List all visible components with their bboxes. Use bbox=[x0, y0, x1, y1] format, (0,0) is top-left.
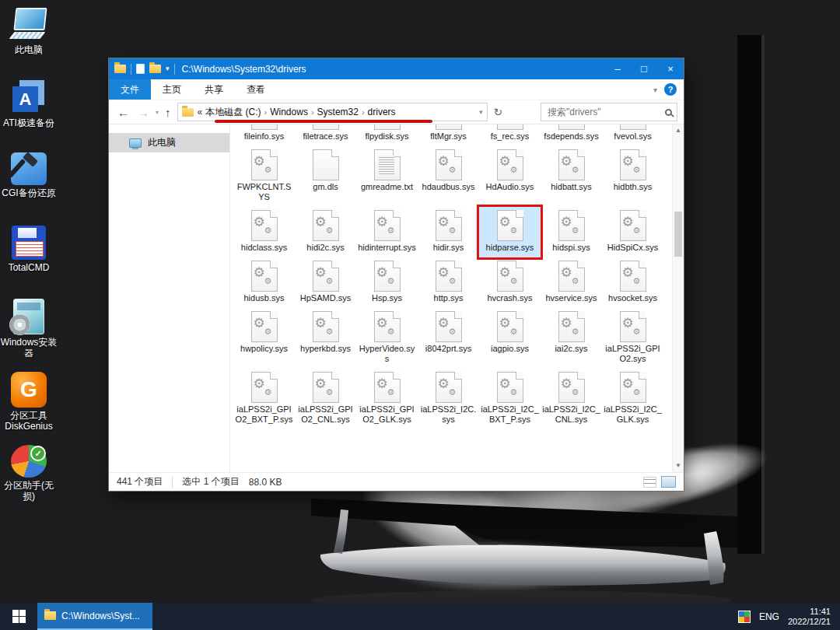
search-box[interactable] bbox=[541, 103, 677, 121]
file-iaLPSS2i_GPIO2.sys[interactable]: ⚙ ⚙ iaLPSS2i_GPIO2.sys bbox=[602, 308, 663, 369]
gear-icon: ⚙ bbox=[622, 315, 634, 331]
file-HyperVideo.sys[interactable]: ⚙ ⚙ HyperVideo.sys bbox=[356, 308, 418, 369]
qat-new-folder-icon[interactable] bbox=[149, 65, 161, 73]
file-hidparse.sys[interactable]: ⚙ ⚙ hidparse.sys bbox=[479, 207, 541, 257]
breadcrumb-segment[interactable]: 本地磁盘 (C:) bbox=[205, 106, 261, 119]
file-hidspi.sys[interactable]: ⚙ ⚙ hidspi.sys bbox=[541, 207, 602, 257]
file-fs_rec.sys[interactable]: ⚙ ⚙ fs_rec.sys bbox=[479, 124, 541, 146]
back-button[interactable]: ← bbox=[115, 107, 131, 118]
file-grid: ⚙ ⚙ fileinfo.sys ⚙ ⚙ filetrace.sys ⚙ ⚙ f… bbox=[233, 124, 669, 429]
file-iai2c.sys[interactable]: ⚙ ⚙ iai2c.sys bbox=[541, 308, 602, 369]
breadcrumb-segment[interactable]: System32 bbox=[317, 107, 359, 117]
file-gmreadme.txt[interactable]: ⚙ ⚙ gmreadme.txt bbox=[356, 146, 418, 207]
search-input[interactable] bbox=[546, 106, 665, 118]
language-indicator[interactable]: ENG bbox=[759, 611, 779, 622]
file-hidusb.sys[interactable]: ⚙ ⚙ hidusb.sys bbox=[233, 257, 295, 308]
file-icon: ⚙ ⚙ bbox=[313, 311, 339, 342]
file-fileinfo.sys[interactable]: ⚙ ⚙ fileinfo.sys bbox=[233, 124, 295, 146]
gear-icon: ⚙ bbox=[387, 327, 395, 337]
file-iaLPSS2i_I2C.sys[interactable]: ⚙ ⚙ iaLPSS2i_I2C.sys bbox=[418, 369, 479, 429]
vertical-scrollbar[interactable]: ▲ ▼ bbox=[672, 124, 684, 472]
minimize-button[interactable]: – bbox=[604, 58, 631, 79]
file-hvservice.sys[interactable]: ⚙ ⚙ hvservice.sys bbox=[541, 257, 602, 308]
forward-button[interactable]: → bbox=[135, 107, 152, 118]
file-HpSAMD.sys[interactable]: ⚙ ⚙ HpSAMD.sys bbox=[295, 257, 356, 308]
file-gm.dls[interactable]: ⚙ ⚙ gm.dls bbox=[295, 146, 356, 207]
gear-icon: ⚙ bbox=[438, 264, 450, 281]
gear-icon: ⚙ bbox=[264, 276, 272, 286]
file-iaLPSS2i_I2C_BXT_P.sys[interactable]: ⚙ ⚙ iaLPSS2i_I2C_BXT_P.sys bbox=[479, 369, 541, 429]
file-hidi2c.sys[interactable]: ⚙ ⚙ hidi2c.sys bbox=[295, 207, 356, 257]
qat-customize-chevron-icon[interactable]: ▾ bbox=[166, 65, 170, 72]
file-hidbth.sys[interactable]: ⚙ ⚙ hidbth.sys bbox=[602, 146, 663, 207]
scroll-down-icon[interactable]: ▼ bbox=[673, 460, 684, 472]
file-fsdepends.sys[interactable]: ⚙ ⚙ fsdepends.sys bbox=[541, 124, 602, 146]
file-hwpolicy.sys[interactable]: ⚙ ⚙ hwpolicy.sys bbox=[233, 308, 295, 369]
file-HidSpiCx.sys[interactable]: ⚙ ⚙ HidSpiCx.sys bbox=[602, 207, 663, 257]
desktop-icon-ati-backup[interactable]: ATI极速备份 bbox=[0, 79, 58, 152]
breadcrumb-segment[interactable]: drivers bbox=[368, 107, 396, 117]
file-hidbatt.sys[interactable]: ⚙ ⚙ hidbatt.sys bbox=[541, 146, 602, 207]
file-hidir.sys[interactable]: ⚙ ⚙ hidir.sys bbox=[418, 207, 479, 257]
gear-icon: ⚙ bbox=[572, 226, 579, 236]
thumbnail-view-icon[interactable] bbox=[661, 476, 676, 488]
tab-home[interactable]: 主页 bbox=[151, 79, 193, 100]
title-bar[interactable]: ▾ C:\Windows\System32\drivers – □ × bbox=[109, 58, 684, 79]
taskbar-clock[interactable]: 11:41 2022/12/21 bbox=[788, 607, 831, 627]
file-hidclass.sys[interactable]: ⚙ ⚙ hidclass.sys bbox=[233, 207, 295, 257]
item-count: 441 个项目 bbox=[117, 475, 163, 488]
file-hvsocket.sys[interactable]: ⚙ ⚙ hvsocket.sys bbox=[602, 257, 663, 308]
file-i8042prt.sys[interactable]: ⚙ ⚙ i8042prt.sys bbox=[418, 308, 479, 369]
divider bbox=[174, 64, 175, 75]
scroll-up-icon[interactable]: ▲ bbox=[673, 124, 684, 137]
sidebar-item-this-pc[interactable]: 此电脑 bbox=[109, 133, 229, 152]
start-button[interactable] bbox=[0, 603, 37, 630]
file-fvevol.sys[interactable]: ⚙ ⚙ fvevol.sys bbox=[602, 124, 663, 146]
refresh-icon[interactable]: ↻ bbox=[492, 106, 506, 118]
file-iaLPSS2i_I2C_GLK.sys[interactable]: ⚙ ⚙ iaLPSS2i_I2C_GLK.sys bbox=[602, 369, 663, 429]
file-hidinterrupt.sys[interactable]: ⚙ ⚙ hidinterrupt.sys bbox=[356, 207, 418, 257]
file-flpydisk.sys[interactable]: ⚙ ⚙ flpydisk.sys bbox=[356, 124, 418, 146]
tab-view[interactable]: 查看 bbox=[235, 79, 277, 100]
file-hdaudbus.sys[interactable]: ⚙ ⚙ hdaudbus.sys bbox=[418, 146, 479, 207]
file-FWPKCLNT.SYS[interactable]: ⚙ ⚙ FWPKCLNT.SYS bbox=[233, 146, 295, 207]
file-iaLPSS2i_GPIO2_GLK.sys[interactable]: ⚙ ⚙ iaLPSS2i_GPIO2_GLK.sys bbox=[356, 369, 418, 429]
address-dropdown-chevron-icon[interactable]: ▾ bbox=[479, 108, 483, 116]
file-Hsp.sys[interactable]: ⚙ ⚙ Hsp.sys bbox=[356, 257, 418, 308]
file-filetrace.sys[interactable]: ⚙ ⚙ filetrace.sys bbox=[295, 124, 356, 146]
desktop-icon-partition-assistant[interactable]: 分区助手(无损) bbox=[0, 445, 58, 518]
gear-icon: ⚙ bbox=[438, 315, 450, 331]
collapsed-crumbs-icon[interactable]: « bbox=[198, 107, 203, 117]
tab-share[interactable]: 共享 bbox=[193, 79, 235, 100]
help-icon[interactable]: ? bbox=[664, 83, 677, 96]
tab-file[interactable]: 文件 bbox=[109, 79, 151, 100]
qat-properties-icon[interactable] bbox=[136, 64, 145, 74]
file-name: iai2c.sys bbox=[555, 344, 587, 354]
taskbar-item-explorer[interactable]: C:\Windows\Syst... bbox=[37, 603, 152, 630]
history-chevron-icon[interactable]: ▾ bbox=[156, 109, 159, 116]
file-iaLPSS2i_GPIO2_CNL.sys[interactable]: ⚙ ⚙ iaLPSS2i_GPIO2_CNL.sys bbox=[295, 369, 356, 429]
input-method-icon[interactable] bbox=[738, 611, 751, 623]
close-button[interactable]: × bbox=[657, 58, 684, 79]
desktop-icon-diskgenius[interactable]: 分区工具DiskGenius bbox=[0, 372, 58, 445]
desktop-icon-totalcmd[interactable]: TotalCMD bbox=[0, 226, 58, 299]
ribbon-collapse-chevron-icon[interactable]: ▾ bbox=[653, 86, 657, 94]
address-box[interactable]: « 本地磁盘 (C:) › Windows › System32 › drive… bbox=[177, 103, 488, 121]
gear-icon: ⚙ bbox=[376, 214, 388, 230]
details-view-icon[interactable] bbox=[643, 477, 656, 488]
file-fltMgr.sys[interactable]: ⚙ ⚙ fltMgr.sys bbox=[418, 124, 479, 146]
file-iaLPSS2i_I2C_CNL.sys[interactable]: ⚙ ⚙ iaLPSS2i_I2C_CNL.sys bbox=[541, 369, 602, 429]
desktop-icon-windows-installer[interactable]: Windows安装器 bbox=[0, 299, 58, 372]
maximize-button[interactable]: □ bbox=[631, 58, 657, 79]
file-HdAudio.sys[interactable]: ⚙ ⚙ HdAudio.sys bbox=[479, 146, 541, 207]
file-http.sys[interactable]: ⚙ ⚙ http.sys bbox=[418, 257, 479, 308]
file-hyperkbd.sys[interactable]: ⚙ ⚙ hyperkbd.sys bbox=[295, 308, 356, 369]
scrollbar-thumb[interactable] bbox=[674, 212, 682, 257]
up-button[interactable]: ↑ bbox=[163, 107, 173, 118]
file-hvcrash.sys[interactable]: ⚙ ⚙ hvcrash.sys bbox=[479, 257, 541, 308]
file-iagpio.sys[interactable]: ⚙ ⚙ iagpio.sys bbox=[479, 308, 541, 369]
desktop-icon-cgi-backup[interactable]: CGI备份还原 bbox=[0, 152, 58, 226]
file-iaLPSS2i_GPIO2_BXT_P.sys[interactable]: ⚙ ⚙ iaLPSS2i_GPIO2_BXT_P.sys bbox=[233, 369, 295, 429]
breadcrumb-segment[interactable]: Windows bbox=[270, 107, 308, 117]
desktop-icon-this-pc[interactable]: 此电脑 bbox=[0, 6, 58, 79]
